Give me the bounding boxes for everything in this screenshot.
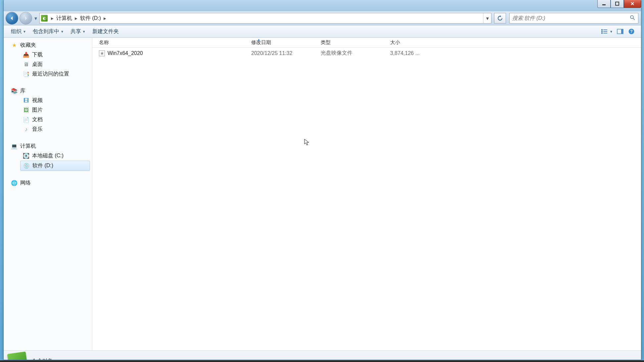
library-icon: 📚 (11, 88, 18, 94)
breadcrumb-drive[interactable]: 软件 (D:) (79, 14, 102, 23)
window-controls (597, 0, 641, 8)
sidebar-software-d[interactable]: 💿 软件 (D:) (20, 161, 90, 171)
new-folder-label: 新建文件夹 (92, 28, 119, 35)
sidebar-item-label: 计算机 (20, 143, 36, 150)
svg-rect-8 (603, 33, 607, 33)
status-bar: 1 个对象 (4, 350, 641, 360)
refresh-icon (497, 15, 503, 21)
search-input[interactable] (512, 15, 629, 21)
mouse-cursor-icon (304, 139, 309, 146)
sidebar-documents[interactable]: 📄 文档 (4, 115, 92, 125)
minimize-button[interactable] (597, 0, 611, 8)
nav-history-dropdown[interactable]: ▾ (33, 14, 38, 22)
sidebar-pictures[interactable]: 🖼 图片 (4, 105, 92, 115)
view-mode-button[interactable]: ▼ (599, 28, 615, 35)
iso-file-icon: ◉ (99, 50, 105, 56)
refresh-button[interactable] (494, 13, 506, 24)
file-name-cell: ◉ Win7x64_2020 (92, 50, 245, 56)
file-list-content[interactable]: ▴ 名称 修改日期 类型 大小 ◉ Win7x64_2020 2020/12/2… (92, 38, 641, 350)
computer-icon: 💻 (11, 143, 18, 150)
close-icon (630, 1, 635, 6)
file-size-cell: 3,874,126 ... (384, 50, 430, 56)
sidebar-item-label: 软件 (D:) (32, 162, 53, 169)
chevron-down-icon: ▼ (610, 30, 613, 33)
explorer-window: ▾ ◐ ▶ 计算机 ▶ 软件 (D:) ▶ ▾ (3, 0, 641, 360)
col-header-type[interactable]: 类型 (314, 39, 384, 46)
video-icon: 🎞 (23, 97, 29, 104)
bottom-edge (0, 360, 644, 362)
file-name-label: Win7x64_2020 (108, 50, 143, 56)
sidebar-music[interactable]: ♪ 音乐 (4, 125, 92, 134)
col-header-date[interactable]: 修改日期 (245, 39, 314, 46)
help-icon: ? (628, 28, 635, 35)
sidebar-downloads[interactable]: 📥 下载 (4, 50, 92, 60)
file-type-cell: 光盘映像文件 (314, 50, 384, 57)
breadcrumb-sep-icon: ▶ (75, 17, 77, 20)
list-view-icon (601, 29, 608, 34)
preview-pane-button[interactable] (615, 26, 626, 36)
disk-icon: 💽 (23, 153, 29, 159)
new-folder-button[interactable]: 新建文件夹 (89, 26, 122, 37)
svg-rect-0 (602, 4, 606, 5)
search-bar[interactable] (509, 13, 638, 24)
col-header-size[interactable]: 大小 (384, 39, 430, 46)
help-button[interactable]: ? (626, 26, 637, 36)
computer-group: 💻 计算机 💽 本地磁盘 (C:) 💿 软件 (D:) (4, 141, 92, 171)
sidebar-item-label: 收藏夹 (20, 42, 36, 49)
include-lib-label: 包含到库中 (33, 28, 59, 35)
sidebar-item-label: 视频 (32, 97, 43, 104)
svg-point-2 (630, 16, 633, 19)
sidebar-item-label: 桌面 (32, 61, 43, 68)
column-headers: 名称 修改日期 类型 大小 (92, 38, 641, 48)
recent-icon: 📑 (23, 71, 29, 78)
col-header-name[interactable]: 名称 (92, 39, 245, 46)
chevron-down-icon: ▼ (82, 30, 86, 33)
svg-rect-7 (601, 32, 603, 34)
svg-text:?: ? (630, 29, 633, 34)
sidebar-desktop[interactable]: 🖥 桌面 (4, 60, 92, 69)
sidebar-network[interactable]: 🌐 网络 (4, 178, 92, 188)
sidebar-item-label: 库 (20, 87, 25, 94)
address-dropdown[interactable]: ▾ (483, 13, 491, 23)
address-bar[interactable]: ◐ ▶ 计算机 ▶ 软件 (D:) ▶ ▾ (39, 13, 491, 24)
maximize-button[interactable] (611, 0, 624, 8)
drive-large-icon (7, 351, 28, 360)
desktop-icon: 🖥 (23, 61, 29, 68)
include-library-button[interactable]: 包含到库中 ▼ (29, 26, 67, 37)
sidebar-favorites[interactable]: ★ 收藏夹 (4, 40, 92, 50)
forward-button[interactable] (20, 12, 32, 25)
breadcrumb: ▶ 计算机 ▶ 软件 (D:) ▶ (49, 14, 483, 23)
svg-rect-5 (601, 31, 603, 32)
file-row[interactable]: ◉ Win7x64_2020 2020/12/25 11:32 光盘映像文件 3… (92, 48, 641, 59)
svg-rect-4 (603, 29, 607, 30)
back-arrow-icon (9, 15, 15, 21)
organize-button[interactable]: 组织 ▼ (8, 26, 29, 37)
sidebar-item-label: 音乐 (32, 126, 43, 133)
sidebar-item-label: 图片 (32, 107, 43, 114)
close-button[interactable] (624, 0, 641, 8)
chevron-down-icon: ▼ (61, 30, 64, 33)
sidebar-item-label: 最近访问的位置 (32, 71, 69, 78)
sidebar-recent[interactable]: 📑 最近访问的位置 (4, 69, 92, 79)
share-button[interactable]: 共享 ▼ (67, 26, 89, 37)
breadcrumb-computer[interactable]: 计算机 (56, 14, 73, 23)
file-date-cell: 2020/12/25 11:32 (245, 50, 314, 56)
sidebar-libraries[interactable]: 📚 库 (4, 86, 92, 96)
favorites-group: ★ 收藏夹 📥 下载 🖥 桌面 📑 最近访问的位置 (4, 40, 92, 79)
main-area: ★ 收藏夹 📥 下载 🖥 桌面 📑 最近访问的位置 📚 (4, 38, 641, 350)
address-nav-bar: ▾ ◐ ▶ 计算机 ▶ 软件 (D:) ▶ ▾ (4, 11, 641, 25)
sidebar-item-label: 网络 (20, 180, 31, 186)
organize-label: 组织 (11, 28, 22, 35)
chevron-down-icon: ▼ (23, 30, 26, 33)
sidebar-videos[interactable]: 🎞 视频 (4, 96, 92, 105)
forward-arrow-icon (23, 15, 29, 21)
back-button[interactable] (6, 12, 18, 25)
drive-icon: 💿 (23, 163, 30, 169)
picture-icon: 🖼 (23, 107, 29, 114)
sidebar-computer[interactable]: 💻 计算机 (4, 141, 92, 151)
title-bar (4, 0, 641, 11)
sidebar-local-disk-c[interactable]: 💽 本地磁盘 (C:) (4, 151, 92, 161)
minimize-icon (602, 1, 606, 6)
preview-pane-icon (617, 29, 623, 34)
svg-rect-3 (601, 29, 603, 30)
